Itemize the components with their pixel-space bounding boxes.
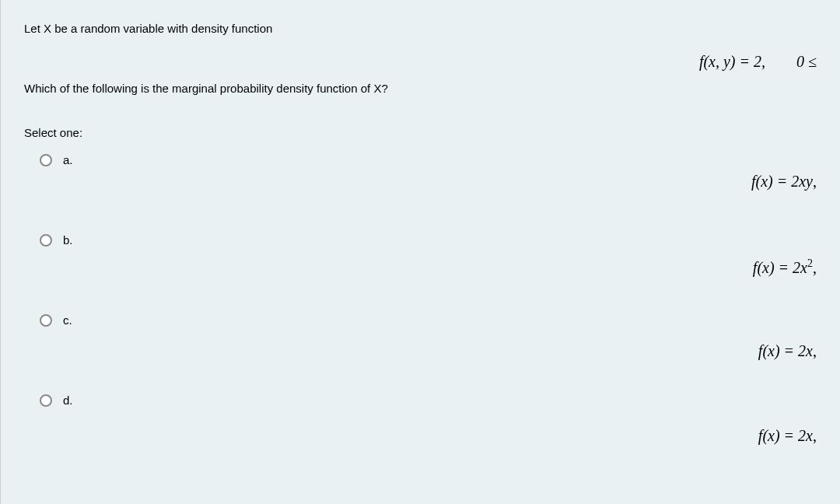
question-intro: Let X be a random variable with density … — [24, 22, 817, 35]
select-one-label: Select one: — [24, 126, 817, 139]
option-d-formula: f(x) = 2x, — [758, 427, 817, 445]
option-b-label: b. — [63, 233, 73, 247]
option-c-label: c. — [63, 313, 72, 327]
option-d-radio[interactable] — [40, 394, 52, 407]
question-sub: Which of the following is the marginal p… — [24, 82, 817, 95]
option-d-label: d. — [63, 394, 73, 407]
formula-main: f(x, y) = 2, 0 ≤ — [699, 53, 817, 71]
option-a-row: a. — [40, 153, 817, 166]
option-a-radio[interactable] — [40, 154, 52, 166]
option-a-label: a. — [63, 153, 73, 166]
option-a-formula: f(x) = 2xy, — [751, 173, 817, 191]
question-container: Let X be a random variable with density … — [0, 0, 840, 504]
option-c-radio[interactable] — [40, 314, 52, 327]
option-b-radio[interactable] — [40, 234, 52, 247]
option-c-row: c. — [40, 313, 817, 327]
options-group: a. b. c. d. — [40, 153, 817, 407]
option-d-row: d. — [40, 394, 817, 407]
option-b-formula: f(x) = 2x2, — [753, 257, 817, 277]
option-b-row: b. — [40, 233, 817, 247]
option-c-formula: f(x) = 2x, — [758, 342, 817, 360]
